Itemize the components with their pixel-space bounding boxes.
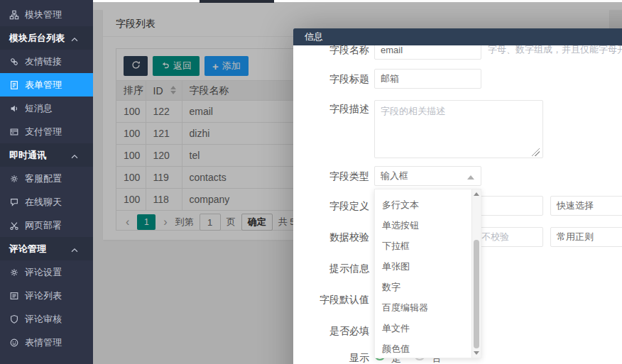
field-name-hint: 字母、数字组成，并且仅能字母开头 — [488, 45, 622, 60]
field-type-select[interactable]: 输入框 — [374, 166, 481, 186]
tip-label: 提示信息 — [293, 258, 369, 278]
chat-icon — [9, 197, 19, 207]
sidebar-item-comment-review[interactable]: 评论审核 — [0, 307, 93, 331]
sidebar: 模块管理 模块后台列表 友情链接 表单管理 短消息 支付管理 即时通讯 客服配 — [0, 0, 93, 364]
sidebar-item-label: 表单管理 — [25, 79, 62, 92]
sidebar-section-label: 评论管理 — [9, 243, 46, 255]
sidebar-item-module-manage[interactable]: 模块管理 — [0, 3, 93, 26]
scrollbar-thumb[interactable] — [474, 240, 479, 348]
default-value-label: 字段默认值 — [293, 289, 369, 309]
field-type-options-panel: 输入框 多行文本 单选按钮 下拉框 单张图 数字 百度编辑器 单文件 颜色值 — [374, 189, 481, 358]
sidebar-item-label: 在线聊天 — [25, 196, 62, 209]
sidebar-item-online-chat[interactable]: 在线聊天 — [0, 190, 93, 214]
validate-placeholder: 不校验 — [481, 228, 509, 246]
quick-select-dropdown[interactable]: 快速选择 — [550, 196, 622, 216]
list-icon — [9, 291, 19, 301]
sidebar-item-label: 评论列表 — [25, 289, 62, 302]
sidebar-section-label: 即时通讯 — [9, 149, 46, 162]
modal-title-bar[interactable]: 信息 — [293, 28, 622, 45]
scroll-down-arrow[interactable] — [472, 348, 481, 358]
field-desc-textarea[interactable] — [374, 100, 543, 158]
sidebar-item-form-manage[interactable]: 表单管理 — [0, 73, 93, 96]
field-type-label: 字段类型 — [293, 166, 369, 186]
app-root: 模块管理 模块后台列表 友情链接 表单管理 短消息 支付管理 即时通讯 客服配 — [0, 0, 622, 364]
field-name-label: 字段名称 — [293, 45, 369, 60]
option-single-file[interactable]: 单文件 — [375, 318, 481, 338]
sidebar-item-label: 网页部署 — [25, 219, 62, 232]
option-select-box[interactable]: 下拉框 — [375, 236, 481, 256]
sitemap-icon — [9, 10, 19, 20]
data-validate-label: 数据校验 — [293, 227, 369, 247]
modal-body: 字段名称 字母、数字组成，并且仅能字母开头 字段标题 字段描述 字段类型 输入框… — [293, 45, 622, 364]
option-input-box[interactable]: 输入框 — [375, 189, 481, 194]
field-title-label: 字段标题 — [293, 69, 369, 89]
sidebar-item-label: 评论审核 — [25, 313, 62, 326]
option-number[interactable]: 数字 — [375, 277, 481, 297]
active-tab-indicator — [200, 0, 274, 3]
option-multiline-text[interactable]: 多行文本 — [375, 194, 481, 215]
caret-up-icon — [467, 175, 474, 180]
required-label: 是否必填 — [293, 321, 369, 341]
dropdown-scrollbar — [471, 189, 481, 358]
sidebar-item-web-deploy[interactable]: 网页部署 — [0, 214, 93, 237]
field-title-input[interactable] — [374, 69, 481, 89]
scroll-up-arrow[interactable] — [472, 189, 481, 199]
sidebar-item-label: 支付管理 — [25, 126, 62, 138]
sidebar-section-comment-manage[interactable]: 评论管理 — [0, 237, 93, 260]
field-define-label: 字段定义 — [293, 196, 369, 216]
sidebar-item-label: 短消息 — [25, 102, 53, 115]
option-single-image[interactable]: 单张图 — [375, 256, 481, 277]
shield-icon — [9, 314, 19, 324]
option-radio-button[interactable]: 单选按钮 — [375, 215, 481, 236]
regex-select-value: 常用正则 — [557, 231, 594, 243]
gear-icon — [9, 268, 19, 277]
sidebar-item-emoji-manage[interactable]: 表情管理 — [0, 331, 93, 354]
sidebar-item-service-config[interactable]: 客服配置 — [0, 167, 93, 190]
chevron-up-icon — [70, 152, 80, 162]
options-list: 输入框 多行文本 单选按钮 下拉框 单张图 数字 百度编辑器 单文件 颜色值 — [375, 189, 481, 358]
quick-select-value: 快速选择 — [557, 199, 594, 212]
sidebar-section-instant-messaging[interactable]: 即时通讯 — [0, 143, 93, 167]
card-icon — [9, 127, 19, 137]
scissors-icon — [9, 221, 19, 231]
form-icon — [9, 80, 19, 90]
sidebar-item-label: 评论设置 — [25, 266, 62, 279]
field-type-value: 输入框 — [381, 170, 408, 182]
speaker-icon — [9, 104, 19, 114]
smiley-icon — [9, 338, 19, 348]
link-icon — [9, 57, 19, 67]
chevron-up-icon — [70, 35, 80, 45]
gear-icon — [9, 174, 19, 184]
sidebar-item-payment-manage[interactable]: 支付管理 — [0, 120, 93, 143]
sidebar-item-label: 友情链接 — [25, 55, 62, 68]
sidebar-item-label: 模块管理 — [25, 9, 62, 21]
sidebar-item-comment-list[interactable]: 评论列表 — [0, 284, 93, 307]
field-name-input[interactable] — [374, 45, 481, 60]
sidebar-item-comment-settings[interactable]: 评论设置 — [0, 260, 93, 284]
sidebar-section-module-backend[interactable]: 模块后台列表 — [0, 26, 93, 50]
field-desc-label: 字段描述 — [293, 101, 369, 116]
option-color-value[interactable]: 颜色值 — [375, 338, 481, 358]
top-white-strip — [93, 0, 622, 2]
sidebar-item-label: 表情管理 — [25, 336, 62, 349]
option-baidu-editor[interactable]: 百度编辑器 — [375, 297, 481, 318]
sidebar-item-friend-links[interactable]: 友情链接 — [0, 50, 93, 73]
sidebar-section-label: 模块后台列表 — [9, 32, 65, 45]
sidebar-item-short-message[interactable]: 短消息 — [0, 96, 93, 120]
chevron-up-icon — [70, 246, 80, 255]
regex-select-dropdown[interactable]: 常用正则 — [550, 227, 622, 247]
display-label: 显示 — [293, 348, 369, 364]
sidebar-item-label: 客服配置 — [25, 172, 62, 185]
info-modal: 信息 字段名称 字母、数字组成，并且仅能字母开头 字段标题 字段描述 字段类型 … — [293, 28, 622, 364]
